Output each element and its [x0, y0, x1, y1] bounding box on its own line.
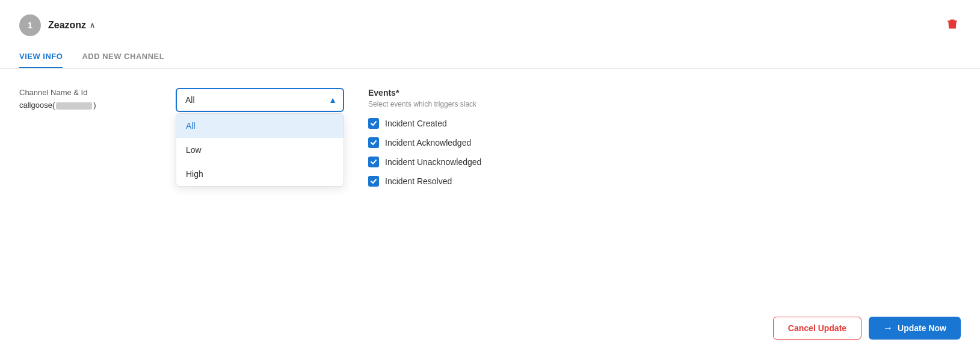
- priority-dropdown[interactable]: All: [176, 88, 344, 112]
- event-item-incident-unacknowledged: Incident Unacknowledged: [368, 157, 525, 167]
- checkbox-incident-unacknowledged[interactable]: [368, 157, 379, 167]
- event-label-incident-unacknowledged: Incident Unacknowledged: [385, 157, 481, 167]
- events-subtitle: Select events which triggers slack: [368, 100, 525, 108]
- tab-view-info[interactable]: VIEW INFO: [19, 46, 63, 68]
- event-label-incident-resolved: Incident Resolved: [385, 176, 452, 186]
- checkbox-incident-resolved[interactable]: [368, 176, 379, 187]
- event-item-incident-resolved: Incident Resolved: [368, 176, 525, 187]
- dropdown-section: All ▲ All Low High: [176, 88, 344, 112]
- update-now-button[interactable]: → Update Now: [869, 317, 961, 340]
- cancel-update-button[interactable]: Cancel Update: [773, 317, 861, 340]
- form-row: Channel Name & Id callgoose() All ▲ All: [19, 88, 961, 195]
- page-container: 1 Zeazonz ∧ VIEW INFO: [0, 0, 980, 354]
- event-item-incident-created: Incident Created: [368, 118, 525, 129]
- main-content: Channel Name & Id callgoose() All ▲ All: [0, 69, 980, 210]
- channel-section: Channel Name & Id callgoose(): [19, 88, 152, 110]
- update-arrow-icon: →: [883, 323, 893, 334]
- events-section: Events* Select events which triggers sla…: [368, 88, 525, 195]
- delete-button[interactable]: [944, 16, 961, 36]
- dropdown-option-all[interactable]: All: [176, 114, 344, 138]
- tab-add-new-channel[interactable]: ADD NEW CHANNEL: [82, 46, 164, 68]
- events-title: Events*: [368, 88, 525, 98]
- checkbox-incident-acknowledged[interactable]: [368, 137, 379, 148]
- footer-actions: Cancel Update → Update Now: [754, 302, 980, 354]
- channel-name-label: Channel Name & Id: [19, 88, 152, 97]
- chevron-down-icon: ∧: [90, 21, 95, 30]
- user-name-text: Zeazonz: [48, 20, 86, 31]
- header-left: 1 Zeazonz ∧: [19, 14, 95, 36]
- dropdown-menu: All Low High: [176, 113, 344, 187]
- avatar: 1: [19, 14, 41, 36]
- event-label-incident-created: Incident Created: [385, 119, 447, 128]
- trash-icon: [946, 18, 958, 30]
- tabs-container: VIEW INFO ADD NEW CHANNEL: [0, 46, 980, 69]
- event-item-incident-acknowledged: Incident Acknowledged: [368, 137, 525, 148]
- user-name: Zeazonz ∧: [48, 20, 95, 31]
- dropdown-wrapper: All ▲ All Low High: [176, 88, 344, 112]
- event-label-incident-acknowledged: Incident Acknowledged: [385, 138, 471, 148]
- channel-name-value: callgoose(): [19, 101, 152, 110]
- header: 1 Zeazonz ∧: [0, 0, 980, 46]
- checkbox-incident-created[interactable]: [368, 118, 379, 129]
- redacted-id: [56, 102, 92, 110]
- dropdown-option-low[interactable]: Low: [176, 138, 344, 162]
- dropdown-option-high[interactable]: High: [176, 162, 344, 186]
